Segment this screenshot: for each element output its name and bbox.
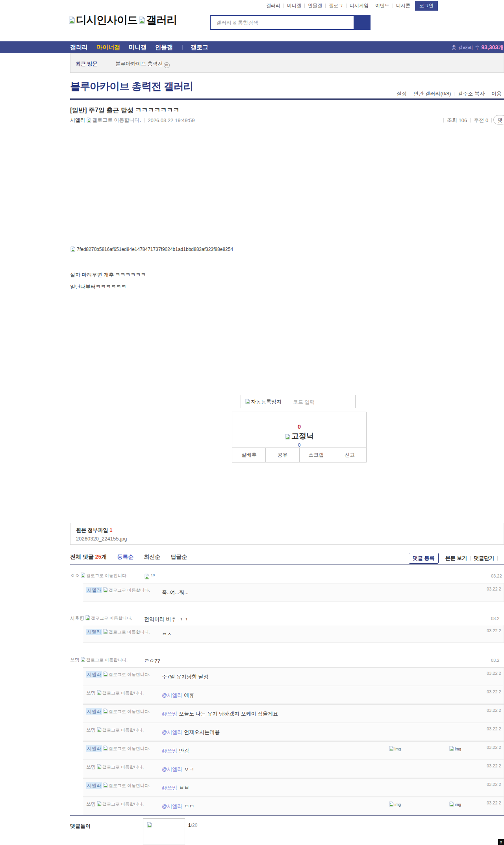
comment-author[interactable]: 시호령갤로그로 이동합니다. [70,615,139,621]
sort-1[interactable]: 최신순 [144,553,160,561]
view-post-button[interactable]: 본문 보기 [445,555,467,562]
recent-visit-label[interactable]: 최근 방문 [76,60,98,67]
comment-author[interactable]: 시엘라갤로그로 이동합니다. [86,745,159,752]
gallog-link[interactable]: 갤로그로 이동합니다. [86,573,128,578]
comment-nickname[interactable]: 쓰밍 [86,727,96,733]
comment-nickname[interactable]: 쓰밍 [86,764,96,770]
close-comments-button[interactable]: 댓글닫기 [474,555,494,562]
comment-author[interactable]: 시엘라갤로그로 이동합니다. [86,782,159,789]
page-title[interactable]: 블루아카이브 총력전 갤러리 [70,80,193,93]
broken-image-icon [80,572,85,578]
top-link-4[interactable]: 디시게임 [350,2,369,9]
top-link-0[interactable]: 갤러리 [266,2,280,9]
attachment-filename[interactable]: 20260320_224155.jpg [76,536,498,542]
comment-nickname[interactable]: 쓰밍 [86,690,96,696]
comment-author[interactable]: ㅇㅇ갤로그로 이동합니다. [70,572,139,579]
nav-item-0[interactable]: 갤러리 [70,44,88,51]
writer-nickname[interactable]: 시엘라 [70,117,85,124]
action-button-0[interactable]: 실베추 [232,448,265,462]
comment-mention[interactable]: @시엘라 [162,803,182,809]
comment-mention[interactable]: @시엘라 [162,729,182,735]
site-logo[interactable]: 디시인사이드 갤러리 [67,13,177,27]
main-nav-bar: 갤러리마이너갤미니갤인물갤갤로그 총 갤러리 수93,303개 [0,41,504,53]
top-link-1[interactable]: 미니갤 [287,2,301,9]
breadcrumb-gallery-name[interactable]: 블루아카이브 총력전 [115,61,163,67]
gallog-link[interactable]: 갤로그로 이동합니다. [109,783,150,788]
gallog-link[interactable]: 갤로그로 이동합니다. [102,728,144,732]
divider [470,118,471,123]
action-button-3[interactable]: 신고 [333,448,366,462]
top-link-2[interactable]: 인물갤 [308,2,322,9]
gallog-link[interactable]: 갤로그로 이동합니다. [109,630,150,634]
gallog-link[interactable]: 갤로그로 이동합니다. [92,117,141,124]
comment-nickname[interactable]: 시호령 [70,615,84,621]
post-image-broken[interactable]: 7fed8270b5816af651ed84e1478471737f9024b1… [70,246,233,252]
gallog-link[interactable]: 갤로그로 이동합니다. [102,691,144,695]
comment-mention[interactable]: @쓰밍 [162,711,177,717]
action-button-2[interactable]: 스크랩 [299,448,333,462]
divider [497,556,498,561]
comment-bottom-divider [70,815,504,816]
divider [393,4,393,8]
gallog-link[interactable]: 갤로그로 이동합니다. [109,709,150,714]
gallog-link[interactable]: 갤로그로 이동합니다. [109,746,150,751]
gallog-link[interactable]: 갤로그로 이동합니다. [102,765,144,769]
gallog-link[interactable]: 갤로그로 이동합니다. [102,802,144,806]
sort-2[interactable]: 답글순 [170,553,187,561]
comment-mention[interactable]: @쓰밍 [162,748,177,754]
top-link-6[interactable]: 디시콘 [396,2,410,9]
comment-nickname[interactable]: 시엘라 [86,708,102,715]
comment-nickname[interactable]: 시엘라 [86,782,102,789]
divider [454,92,454,96]
comment-register-button[interactable]: 댓글 등록 [409,553,439,564]
comment-count-pill[interactable]: 댓 [493,115,504,124]
top-link-3[interactable]: 갤로그 [329,2,343,9]
nav-item-1[interactable]: 마이너갤 [96,44,120,51]
nav-item-2[interactable]: 미니갤 [129,44,146,51]
gallery-link-1[interactable]: 연관 갤러리(0/8) [413,90,451,97]
comment-mention[interactable]: @쓰밍 [162,785,177,791]
comment-row: 쓰밍갤로그로 이동합니다.ㄹㅇ??03.2 [70,655,504,667]
gallery-link-3[interactable]: 이용 [491,90,502,97]
comment-author[interactable]: 쓰밍갤로그로 이동합니다. [70,657,139,663]
search-button[interactable] [354,16,370,29]
gallog-link[interactable]: 갤로그로 이동합니다. [109,588,150,592]
comment-mention[interactable]: @시엘라 [162,692,182,698]
gallery-link-2[interactable]: 갤주소 복사 [458,90,485,97]
gallog-link[interactable]: 갤로그로 이동합니다. [91,616,132,620]
comment-author[interactable]: 쓰밍갤로그로 이동합니다. [86,727,159,733]
comment-nickname[interactable]: 시엘라 [86,745,102,752]
nav-item-4[interactable]: 갤로그 [191,44,208,51]
fixed-nick-recommend[interactable]: 고정닉 [232,431,366,441]
comment-author[interactable]: 쓰밍갤로그로 이동합니다. [86,764,159,770]
captcha-input[interactable] [292,396,353,407]
login-button[interactable]: 로그인 [415,1,438,11]
gallog-link[interactable]: 갤로그로 이동합니다. [86,657,128,662]
comment-nickname[interactable]: 쓰밍 [70,657,80,663]
divider [488,92,488,96]
comment-author[interactable]: 쓰밍갤로그로 이동합니다. [86,801,159,807]
comment-nickname[interactable]: 쓰밍 [86,801,96,807]
nav-item-3[interactable]: 인물갤 [155,44,173,51]
comment-mention[interactable]: @시엘라 [162,766,182,772]
attachment-title: 원본 첨부파일 1 [76,527,498,534]
action-button-1[interactable]: 공유 [265,448,299,462]
comment-author[interactable]: 쓰밍갤로그로 이동합니다. [86,690,159,696]
comment-nickname[interactable]: ㅇㅇ [70,573,80,578]
comment-nickname[interactable]: 시엘라 [86,587,102,593]
gallog-link[interactable]: 갤로그로 이동합니다. [109,672,150,677]
comment-author[interactable]: 시엘라갤로그로 이동합니다. [86,587,159,593]
comment-nickname[interactable]: 시엘라 [86,629,102,635]
comment-reply-row: 시엘라갤로그로 이동합니다.죽..여...줘...03.22 2 [83,583,504,602]
top-link-5[interactable]: 이벤트 [375,2,389,9]
title-divider [70,98,504,100]
comment-author[interactable]: 시엘라갤로그로 이동합니다. [86,708,159,715]
comment-nickname[interactable]: 시엘라 [86,671,102,678]
close-icon[interactable]: x [498,839,504,845]
gallery-link-0[interactable]: 설정 [397,90,407,97]
search-input[interactable] [211,16,354,29]
comment-author[interactable]: 시엘라갤로그로 이동합니다. [86,629,159,635]
sort-0[interactable]: 등록순 [117,553,133,561]
comment-author[interactable]: 시엘라갤로그로 이동합니다. [86,671,159,678]
breadcrumb[interactable]: 블루아카이브 총력전m [115,60,170,68]
